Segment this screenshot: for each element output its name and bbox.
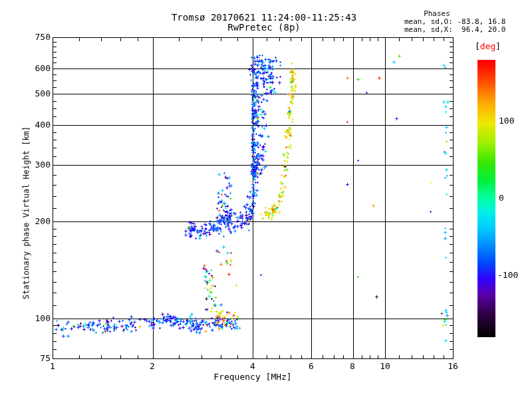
- y-tick-label: 200: [20, 217, 51, 226]
- ionogram-canvas: [0, 0, 532, 399]
- colorbar-bracket: ]: [495, 41, 501, 51]
- y-tick-label: 400: [20, 120, 51, 130]
- x-tick-label: 16: [440, 362, 466, 371]
- x-tick-label: 8: [339, 362, 366, 371]
- x-tick-label: 6: [298, 362, 325, 371]
- colorbar-tick-label: -100: [497, 271, 518, 280]
- plot-subtitle: RwPretec (8p): [65, 23, 464, 33]
- y-tick-label: 600: [20, 64, 51, 73]
- x-tick-label: 2: [139, 362, 166, 371]
- y-tick-label: 750: [20, 33, 51, 42]
- y-tick-label: 75: [20, 354, 51, 363]
- colorbar-tick-label: 100: [499, 116, 514, 126]
- x-tick-label: 4: [239, 362, 266, 371]
- colorbar-bracket: [: [475, 41, 480, 51]
- y-tick-label: 500: [20, 89, 51, 98]
- colorbar-unit: [deg]: [475, 42, 501, 51]
- x-axis-title: Frequency [MHz]: [186, 372, 319, 382]
- y-tick-label: 100: [20, 314, 51, 323]
- colorbar-tick-label: 0: [499, 194, 504, 203]
- ionogram-screen: Tromsø 20170621 11:24:00-11:25:43 RwPret…: [0, 0, 532, 399]
- x-tick-label: 10: [372, 362, 398, 371]
- colorbar-unit-text: deg: [480, 41, 495, 51]
- phases-x-stats: mean, sd,X: 96.4, 20.0: [404, 26, 505, 34]
- y-axis-title: Stationary phase Virtual Height [km]: [22, 126, 31, 299]
- y-tick-label: 300: [20, 160, 51, 170]
